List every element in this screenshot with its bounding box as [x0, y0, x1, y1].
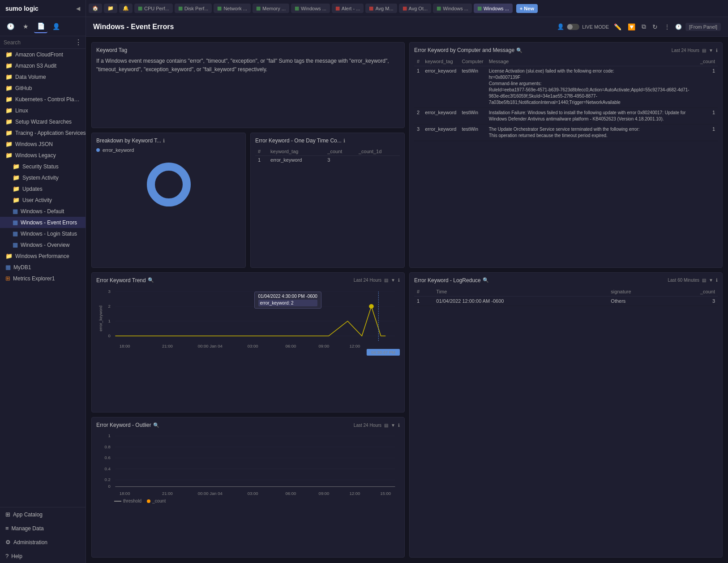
panel-title: Error Keyword - Outlier	[96, 422, 151, 428]
tab-avg-ot[interactable]: ▦Avg Ot...	[399, 4, 432, 13]
filter-icon[interactable]: ▼	[391, 278, 395, 283]
panel-title: Keyword Tag	[96, 47, 127, 53]
dashboard: Keyword Tag If a Windows event message c…	[86, 37, 728, 563]
user-icon: 👤	[557, 23, 564, 30]
refresh-icon[interactable]: ↻	[651, 22, 659, 32]
tab-bell[interactable]: 🔔	[119, 4, 133, 13]
tab-avg-m[interactable]: ▦Avg M...	[365, 4, 397, 13]
edit-icon[interactable]: ✏️	[612, 22, 623, 32]
histogram-icon[interactable]: ▤	[702, 48, 706, 53]
toggle-track[interactable]	[567, 24, 579, 30]
sidebar-item-data-volume[interactable]: 📁 Data Volume	[0, 71, 86, 82]
svg-point-1	[159, 175, 179, 194]
content-header: Windows - Event Errors 👤 LIVE MODE ✏️ 🔽 …	[86, 17, 728, 37]
filter-icon[interactable]: ▼	[391, 423, 395, 428]
svg-text:04:30:47 PM: 04:30:47 PM	[371, 350, 395, 355]
filter-icon[interactable]: ▼	[709, 278, 713, 283]
nav-label: App Catalog	[13, 511, 43, 518]
folder-icon: 📁	[5, 73, 13, 80]
sidebar-item-app-catalog[interactable]: ⊞ App Catalog	[0, 507, 86, 521]
svg-text:09:00: 09:00	[319, 344, 330, 348]
col-keyword-tag: keyword_tag	[422, 57, 459, 66]
sidebar-item-linux[interactable]: 📁 Linux	[0, 105, 86, 116]
live-mode-toggle[interactable]: 👤 LIVE MODE	[557, 23, 609, 30]
tab-home[interactable]: 🏠	[89, 4, 102, 13]
tab-cpu-perf[interactable]: ▦CPU Perf...	[134, 4, 173, 13]
sidebar-item-github[interactable]: 📁 GitHub	[0, 82, 86, 94]
sidebar-icon-recent[interactable]: 🕐	[4, 20, 17, 33]
tab-memory[interactable]: ▦Memory ...	[253, 4, 289, 13]
trend-panel: Error Keyword Trend 🔍 Last 24 Hours ▤ ▼ …	[91, 272, 405, 413]
topbar: 🏠 📁 🔔 ▦CPU Perf... ▦Disk Perf... ▦Networ…	[86, 0, 728, 17]
filter-icon[interactable]: 🔽	[626, 22, 637, 32]
histogram-icon[interactable]: ▤	[384, 278, 388, 283]
sidebar-item-kubernetes[interactable]: 📁 Kubernetes - Control Plane >= 1.16	[0, 94, 86, 105]
tab-windows-event-errors[interactable]: ▦Windows ...	[474, 4, 513, 13]
new-tab-button[interactable]: + New	[516, 4, 538, 13]
tab-windows-2[interactable]: ▦Windows ...	[433, 4, 472, 13]
tab-windows-1[interactable]: ▦Windows ...	[291, 4, 330, 13]
nav-label: Data Volume	[15, 74, 46, 80]
legend-label: error_keyword	[103, 147, 134, 153]
svg-text:1: 1	[108, 434, 110, 438]
sidebar-collapse-icon[interactable]: ◀	[76, 5, 80, 12]
info-icon[interactable]: ℹ	[716, 278, 718, 283]
histogram-icon[interactable]: ▤	[702, 278, 706, 283]
info-icon[interactable]: ℹ	[716, 48, 718, 53]
info-icon[interactable]: ℹ	[398, 423, 400, 428]
sidebar-item-windows-login-status[interactable]: ▦ Windows - Login Status	[0, 228, 86, 239]
tab-label: Avg Ot...	[409, 6, 428, 11]
cell-num: 1	[255, 156, 268, 164]
sidebar-item-windows-default[interactable]: ▦ Windows - Default	[0, 206, 86, 217]
tab-network[interactable]: ▦Network ...	[214, 4, 251, 13]
tab-folder[interactable]: 📁	[104, 4, 117, 13]
copy-icon[interactable]: ⧉	[640, 21, 647, 32]
sidebar-item-amazon-cloudfront[interactable]: 📁 Amazon CloudFront	[0, 49, 86, 60]
sidebar-item-mydb1[interactable]: ▦ MyDB1	[0, 262, 86, 273]
tab-alert[interactable]: ▦Alert - ...	[332, 4, 364, 13]
from-panel-button[interactable]: [From Panel]	[685, 23, 721, 31]
sidebar-item-system-activity[interactable]: 📁 System Activity	[0, 172, 86, 183]
info-icon[interactable]: ℹ	[163, 138, 165, 144]
more-options-icon[interactable]: ⋮	[75, 38, 82, 47]
sidebar-icon-favorites[interactable]: ★	[19, 20, 32, 33]
sidebar-item-user-activity[interactable]: 📁 User Activity	[0, 194, 86, 206]
sidebar-item-metrics-explorer[interactable]: ⊞ Metrics Explorer1	[0, 273, 86, 284]
sidebar-item-amazon-s3[interactable]: 📁 Amazon S3 Audit	[0, 60, 86, 71]
info-icon[interactable]: ℹ	[343, 138, 345, 144]
grid-icon: ▦	[13, 230, 18, 237]
sidebar-item-setup-wizard[interactable]: 📁 Setup Wizard Searches	[0, 116, 86, 127]
col-count: _count	[698, 57, 718, 66]
sidebar-item-help[interactable]: ? Help	[0, 549, 86, 563]
search-input[interactable]	[4, 39, 75, 46]
error-keyword-computer-panel: Error Keyword by Computer and Message 🔍 …	[409, 42, 723, 268]
bell-icon: 🔔	[123, 5, 129, 11]
info-icon[interactable]: ℹ	[398, 278, 400, 283]
more-icon[interactable]: ⋮	[663, 22, 672, 32]
outlier-legend: threshold _count	[114, 499, 166, 503]
sidebar-item-tracing[interactable]: 📁 Tracing - Application Services Health	[0, 127, 86, 138]
sidebar-item-security-status[interactable]: 📁 Security Status	[0, 161, 86, 172]
sidebar-item-windows-event-errors[interactable]: ▦ Windows - Event Errors	[0, 217, 86, 228]
cell-count: 1	[698, 108, 718, 125]
filter-icon[interactable]: ▼	[709, 48, 713, 53]
sidebar-item-manage-data[interactable]: ≡ Manage Data	[0, 521, 86, 535]
sidebar-item-administration[interactable]: ⚙ Administration	[0, 535, 86, 549]
nav-label: Tracing - Application Services Health	[15, 130, 86, 136]
nav-label: Windows - Default	[21, 208, 64, 215]
panel-header: Error Keyword by Computer and Message 🔍 …	[414, 47, 718, 53]
sidebar-item-windows-performance[interactable]: 📁 Windows Performance	[0, 250, 86, 262]
sidebar-item-updates[interactable]: 📁 Updates	[0, 183, 86, 194]
nav-label: Amazon CloudFront	[15, 52, 63, 58]
svg-text:15:00: 15:00	[380, 492, 391, 496]
sidebar-item-windows-legacy[interactable]: 📁 Windows Legacy	[0, 150, 86, 161]
tab-disk-perf[interactable]: ▦Disk Perf...	[175, 4, 212, 13]
svg-text:3: 3	[108, 289, 110, 294]
sidebar-item-windows-overview[interactable]: ▦ Windows - Overview	[0, 239, 86, 250]
sidebar-icon-library[interactable]: 📄	[34, 20, 47, 33]
histogram-icon[interactable]: ▤	[384, 423, 388, 428]
sidebar-item-windows-json[interactable]: 📁 Windows JSON	[0, 138, 86, 150]
svg-text:0: 0	[108, 334, 110, 338]
sidebar-icon-shared[interactable]: 👤	[49, 20, 63, 33]
manage-data-icon: ≡	[5, 525, 9, 532]
